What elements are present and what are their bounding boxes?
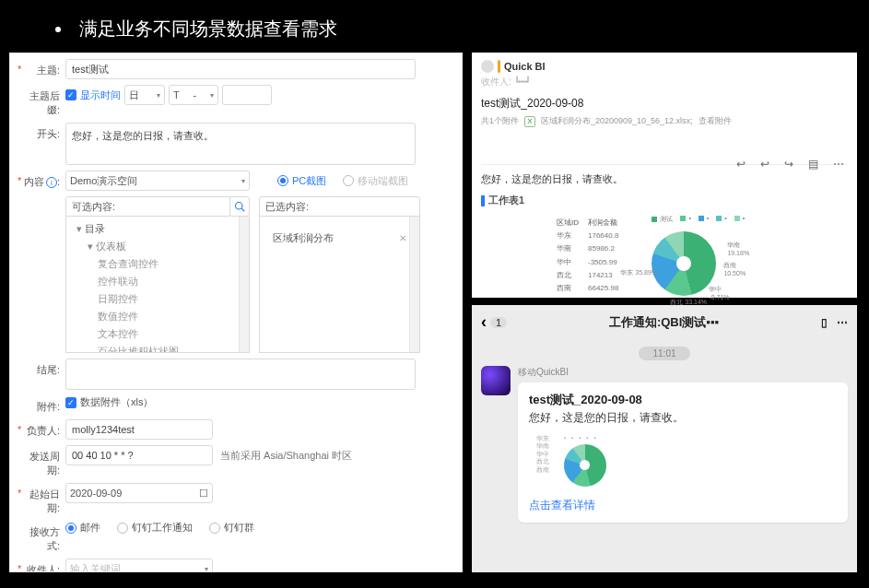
- card-chart: 华东华南华中西北西南 •••••: [529, 435, 837, 487]
- show-time-text: 显示时间: [80, 88, 121, 102]
- space-select[interactable]: Demo演示空间▾: [65, 171, 250, 191]
- channel-dingwork-label: 钉钉工作通知: [132, 521, 193, 535]
- attach-label: 附件:: [37, 401, 60, 412]
- header-textarea[interactable]: 您好，这是您的日报，请查收。: [65, 123, 416, 165]
- slice-label: 华中 -0.71%: [709, 285, 729, 300]
- owner-label: 负责人:: [27, 425, 60, 436]
- reply-icon[interactable]: ↩: [736, 158, 746, 171]
- detail-link[interactable]: 点击查看详情: [529, 498, 837, 513]
- owner-input[interactable]: [65, 419, 213, 440]
- more-icon[interactable]: ⋯: [833, 158, 844, 171]
- available-header: 可选内容:: [65, 196, 230, 217]
- tree-item[interactable]: 百分比堆积柱状图: [66, 343, 249, 353]
- brand-avatar: [481, 60, 494, 73]
- search-icon[interactable]: [229, 196, 250, 217]
- startdate-label: 起始日期:: [29, 488, 60, 513]
- cron-hint: 当前采用 Asia/Shanghai 时区: [220, 449, 352, 463]
- tree-item[interactable]: 数值控件: [66, 308, 249, 325]
- card-message: 您好，这是您的日报，请查收。: [529, 410, 837, 426]
- suffix-t-select[interactable]: T-▾: [169, 85, 218, 105]
- brand-name: Quick BI: [504, 61, 546, 72]
- view-attachment-link[interactable]: 查看附件: [699, 115, 732, 127]
- svg-point-0: [236, 203, 243, 210]
- chosen-header: 已选内容:: [259, 196, 420, 217]
- archive-icon[interactable]: ▤: [808, 158, 818, 171]
- chart-data-table: 区域ID利润金额 华东176640.8 华南85986.2 华中-3505.99…: [551, 215, 624, 296]
- device-mobile-label: 移动端截图: [358, 174, 408, 188]
- worksheet-title: 工作表1: [488, 194, 524, 207]
- card-title: test测试_2020-09-08: [529, 392, 837, 408]
- channel-dinggroup-radio[interactable]: [209, 523, 220, 534]
- remove-icon[interactable]: ✕: [399, 233, 406, 243]
- device-pc-radio[interactable]: [277, 175, 288, 186]
- scrollbar-thumb[interactable]: [241, 218, 248, 235]
- more-icon[interactable]: ⋯: [837, 316, 848, 329]
- email-preview: Quick BI 收件人: ┗━━┛ test测试_2020-09-08 共1个…: [472, 53, 857, 298]
- suffix-unit-select[interactable]: 日▾: [124, 85, 165, 105]
- chosen-item-label: 区域利润分布: [273, 231, 334, 245]
- tree-item[interactable]: 日期控件: [66, 290, 249, 308]
- tree-item[interactable]: 文本控件: [66, 325, 249, 343]
- cron-label: 发送周期:: [29, 451, 60, 476]
- channel-mail-label: 邮件: [80, 521, 100, 535]
- available-listbox[interactable]: ▾目录 ▾仪表板 复合查询控件 控件联动 日期控件 数值控件 文本控件 百分比堆…: [65, 217, 250, 353]
- message-bubble[interactable]: test测试_2020-09-08 您好，这是您的日报，请查收。 华东华南华中西…: [518, 382, 848, 523]
- cron-input[interactable]: [65, 445, 213, 465]
- attach-checkbox[interactable]: ✓: [65, 397, 76, 408]
- filter-icon[interactable]: ▯: [821, 316, 828, 329]
- subscription-form: *主题: 主题后缀: ✓ 显示时间 日▾ T-▾ 开头: 您好，这是您的日报，请…: [9, 53, 463, 572]
- message-timestamp: 11:01: [639, 347, 690, 360]
- attach-filename[interactable]: 区域利润分布_20200909_10_56_12.xlsx;: [541, 115, 693, 127]
- xls-icon: X: [524, 116, 535, 127]
- suffix-offset-input[interactable]: [222, 85, 272, 105]
- tree-item[interactable]: 复合查询控件: [66, 255, 249, 273]
- channel-mail-radio[interactable]: [65, 523, 76, 534]
- slice-label: 西南 10.50%: [723, 261, 746, 276]
- email-greeting: 您好，这是您的日报，请查收。: [481, 172, 848, 186]
- recipient-select[interactable]: 输入关键词▾: [65, 559, 213, 572]
- chosen-item[interactable]: 区域利润分布 ✕: [267, 228, 412, 249]
- sender-avatar[interactable]: [481, 366, 511, 395]
- calendar-icon: ☐: [199, 488, 208, 500]
- email-chart: 区域ID利润金额 华东176640.8 华南85986.2 华中-3505.99…: [551, 215, 848, 296]
- slice-label: 华东 35.89%: [620, 268, 657, 277]
- channel-dingwork-radio[interactable]: [117, 523, 128, 534]
- show-time-checkbox[interactable]: ✓: [65, 89, 76, 100]
- channel-label: 接收方式:: [29, 526, 60, 551]
- back-icon[interactable]: ‹: [481, 312, 487, 332]
- sender-name: 移动QuickBI: [518, 366, 848, 379]
- mobile-title: 工作通知:QBI测试▪▪▪: [609, 314, 719, 331]
- subject-input[interactable]: [65, 59, 416, 79]
- attach-text: 数据附件（xls）: [80, 395, 153, 409]
- email-subject: test测试_2020-09-08: [481, 96, 848, 112]
- tree-item[interactable]: 控件联动: [66, 273, 249, 290]
- forward-icon[interactable]: ↪: [784, 158, 793, 171]
- footer-textarea[interactable]: [65, 359, 416, 390]
- reply-all-icon[interactable]: ↩: [760, 158, 769, 171]
- email-to-label: 收件人:: [481, 76, 511, 87]
- pie-chart: [652, 231, 716, 296]
- slice-label: 华南 19.18%: [727, 241, 749, 256]
- slide-title: 满足业务不同场景数据查看需求: [79, 17, 337, 41]
- recipient-label: 收件人:: [27, 564, 60, 572]
- subject-label: 主题:: [37, 65, 60, 76]
- svg-line-1: [241, 208, 244, 211]
- attach-count: 共1个附件: [481, 115, 519, 127]
- brand-accent: [498, 60, 500, 73]
- chosen-listbox[interactable]: 区域利润分布 ✕: [259, 217, 420, 353]
- channel-dinggroup-label: 钉钉群: [224, 521, 254, 535]
- info-icon[interactable]: i: [46, 177, 57, 188]
- header-label: 开头:: [37, 128, 60, 139]
- unread-badge: 1: [490, 317, 507, 328]
- tree-dashboards[interactable]: 仪表板: [96, 241, 126, 252]
- device-mobile-radio: [343, 175, 354, 186]
- tree-root[interactable]: 目录: [85, 223, 105, 234]
- footer-label: 结尾:: [37, 364, 60, 375]
- device-pc-label: PC截图: [292, 174, 326, 188]
- suffix-label: 主题后缀:: [29, 90, 60, 115]
- pie-legend: 测试••••: [652, 215, 836, 224]
- mobile-preview: ‹ 1 工作通知:QBI测试▪▪▪ ▯ ⋯ 11:01 移动QuickBI te…: [472, 305, 857, 572]
- startdate-picker[interactable]: 2020-09-09☐: [65, 483, 213, 503]
- content-label: 内容: [24, 176, 44, 187]
